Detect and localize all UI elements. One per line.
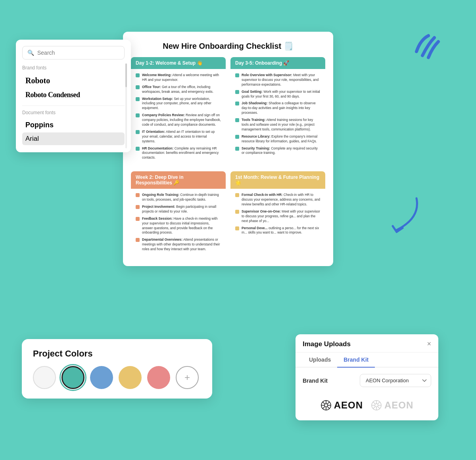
checkbox[interactable] [136, 238, 140, 242]
checkbox[interactable] [235, 73, 239, 77]
list-item: Company Policies Review: Review and sign… [136, 113, 221, 127]
font-item-poppins[interactable]: Poppins [22, 119, 125, 132]
section-week2: Week 2: Deep Dive in Responsibilities 🔑 … [131, 171, 226, 258]
checkbox[interactable] [136, 217, 140, 221]
brand-kit-row: Brand Kit AEON Corporation [303, 374, 431, 387]
list-item: Supervisor One-on-One: Meet with your su… [235, 209, 321, 224]
svg-line-18 [378, 402, 380, 404]
item-text: Security Training: Complete any required… [242, 146, 321, 156]
checkbox[interactable] [235, 226, 239, 230]
section-body-day1-2: Welcome Meeting: Attend a welcome meetin… [131, 69, 226, 167]
item-text: Personal Deve... outlining a perso... fo… [242, 226, 321, 236]
swatch-pink[interactable] [147, 366, 170, 389]
font-item-roboto-condensed[interactable]: Roboto Condensed [22, 88, 125, 102]
list-item: Goal Setting: Work with your supervisor … [235, 90, 321, 99]
list-item: Formal Check-In with HR: Check-in with H… [235, 193, 321, 207]
list-item: Workstation Setup: Set up your workstati… [136, 97, 221, 111]
item-text: Supervisor One-on-One: Meet with your su… [242, 209, 321, 224]
list-item: Role Overview with Supervisor: Meet with… [235, 73, 321, 87]
add-color-button[interactable]: + [176, 366, 199, 389]
brand-logos-container: AEON AEON [303, 393, 431, 414]
section-header-day1-2: Day 1-2: Welcome & Setup 👋 [131, 57, 226, 69]
list-item: Personal Deve... outlining a perso... fo… [235, 226, 321, 236]
font-item-roboto[interactable]: Roboto [22, 74, 125, 88]
checkbox[interactable] [235, 210, 239, 214]
checkbox[interactable] [136, 130, 140, 134]
svg-line-16 [373, 402, 376, 404]
font-divider [22, 105, 125, 106]
svg-line-6 [322, 402, 325, 404]
section-body-week2: Ongoing Role Training: Continue in-depth… [131, 189, 226, 258]
font-picker-panel: 🔍 Brand fonts Roboto Roboto Condensed Do… [16, 40, 131, 152]
document-grid: Day 1-2: Welcome & Setup 👋 Welcome Meeti… [131, 57, 325, 258]
item-text: Formal Check-In with HR: Check-in with H… [242, 193, 321, 207]
checkbox[interactable] [136, 147, 140, 151]
close-button[interactable]: × [427, 340, 431, 348]
checkbox[interactable] [235, 118, 239, 122]
list-item: Resource Library: Explore the company's … [235, 134, 321, 144]
svg-line-19 [373, 406, 376, 409]
item-text: Ongoing Role Training: Continue in-depth… [142, 193, 221, 202]
logo-dark-text: AEON [334, 400, 363, 411]
item-text: HR Documentation: Complete any remaining… [142, 146, 221, 161]
list-item: Departmental Overviews: Attend presentat… [136, 238, 221, 252]
checkbox[interactable] [136, 85, 140, 89]
list-item: Feedback Session: Have a check-in meetin… [136, 217, 221, 236]
logo-light-text: AEON [384, 400, 413, 411]
checkbox[interactable] [136, 73, 140, 77]
item-text: Project Involvement: Begin participating… [142, 205, 221, 214]
checkbox[interactable] [235, 193, 239, 197]
section-body-month1: Formal Check-In with HR: Check-in with H… [230, 189, 325, 242]
section-header-week2: Week 2: Deep Dive in Responsibilities 🔑 [131, 171, 226, 189]
checkbox[interactable] [235, 135, 239, 139]
checkbox[interactable] [136, 97, 140, 101]
tab-brand-kit[interactable]: Brand Kit [337, 353, 375, 368]
list-item: Security Training: Complete any required… [235, 146, 321, 156]
section-header-month1: 1st Month: Review & Future Planning 🌟 [230, 171, 325, 189]
svg-line-9 [322, 406, 325, 409]
swatch-yellow[interactable] [119, 366, 142, 389]
tab-uploads[interactable]: Uploads [303, 353, 337, 368]
search-input[interactable] [37, 50, 119, 56]
checkbox[interactable] [136, 205, 140, 209]
checkbox[interactable] [136, 193, 140, 197]
swatch-blue[interactable] [90, 366, 113, 389]
scroll-track [125, 63, 127, 148]
checkbox[interactable] [235, 90, 239, 94]
item-text: IT Orientation: Attend an IT orientation… [142, 130, 221, 144]
colors-panel: Project Colors + [22, 339, 212, 399]
checkbox[interactable] [235, 102, 239, 105]
svg-line-7 [327, 406, 329, 409]
swatch-teal[interactable] [61, 366, 84, 389]
list-item: Welcome Meeting: Attend a welcome meetin… [136, 73, 221, 82]
uploads-tabs: Uploads Brand Kit [296, 353, 438, 368]
scroll-thumb[interactable] [125, 63, 127, 87]
item-text: Departmental Overviews: Attend presentat… [142, 238, 221, 252]
brush-decoration-top [409, 32, 440, 59]
item-text: Goal Setting: Work with your supervisor … [242, 90, 321, 99]
uploads-header: Image Uploads × [296, 334, 438, 353]
font-search-container: 🔍 [22, 46, 125, 59]
section-body-day3-5: Role Overview with Supervisor: Meet with… [230, 69, 325, 162]
item-text: Job Shadowing: Shadow a colleague to obs… [242, 101, 321, 115]
font-item-arial[interactable]: Arial [22, 132, 125, 145]
document-panel: New Hire Onboarding Checklist 🗒️ Day 1-2… [123, 32, 333, 266]
item-text: Tools Training: Attend training sessions… [242, 118, 321, 132]
item-text: Resource Library: Explore the company's … [242, 134, 321, 144]
section-header-day3-5: Day 3-5: Onboarding 🚀 [230, 57, 325, 69]
list-item: Tools Training: Attend training sessions… [235, 118, 321, 132]
list-item: Office Tour: Get a tour of the office, i… [136, 85, 221, 94]
colors-panel-title: Project Colors [33, 349, 201, 359]
uploads-panel: Image Uploads × Uploads Brand Kit Brand … [296, 334, 438, 420]
document-fonts-label: Document fonts [22, 110, 125, 115]
item-text: Company Policies Review: Review and sign… [142, 113, 221, 127]
aeon-icon-dark [321, 400, 332, 411]
brand-kit-select[interactable]: AEON Corporation [360, 374, 431, 387]
swatch-white[interactable] [33, 366, 56, 389]
arrow-decoration [385, 194, 424, 242]
checkbox[interactable] [136, 113, 140, 117]
list-item: HR Documentation: Complete any remaining… [136, 146, 221, 161]
item-text: Role Overview with Supervisor: Meet with… [242, 73, 321, 87]
checkbox[interactable] [235, 147, 239, 151]
logo-dark: AEON [321, 400, 363, 411]
